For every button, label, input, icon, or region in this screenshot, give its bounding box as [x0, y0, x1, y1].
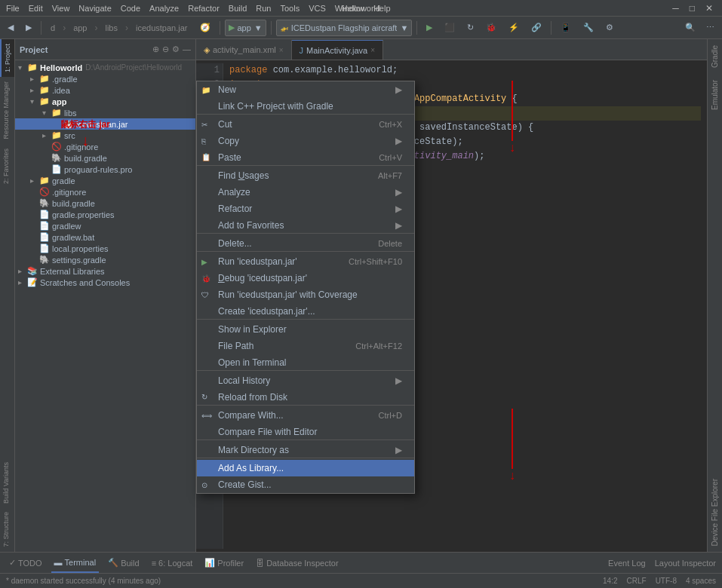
menu-item-refactor[interactable]: Refactor ▶ [197, 201, 414, 217]
tree-item-buildgradle-root[interactable]: ▸ 🐘 build.gradle [15, 198, 195, 209]
status-position[interactable]: 14:2 [603, 577, 617, 585]
menu-navigate[interactable]: Navigate [78, 4, 111, 13]
gear-icon[interactable]: ⚙ [172, 44, 180, 54]
profile-button[interactable]: ⚡ [504, 20, 524, 36]
menu-tools[interactable]: Tools [280, 4, 300, 13]
close-tab-xml[interactable]: × [279, 46, 284, 54]
status-indent[interactable]: 4 spaces [686, 577, 716, 585]
menu-item-link-cpp[interactable]: Link C++ Project with Gradle [197, 98, 414, 115]
tree-item-buildgradle-app[interactable]: ▸ 🐘 build.gradle [15, 152, 195, 164]
tree-item-gitignore-root[interactable]: ▸ 🚫 .gitignore [15, 186, 195, 198]
menu-run[interactable]: Run [256, 4, 271, 13]
settings-button[interactable]: ⚙ [601, 20, 618, 36]
tree-item-proguard[interactable]: ▸ 📄 proguard-rules.pro [15, 164, 195, 175]
tree-item-external-libs[interactable]: ▸ 📚 External Libraries [15, 265, 195, 277]
menu-vcs[interactable]: VCS [309, 4, 326, 13]
tree-item-app[interactable]: ▾ 📁 app [15, 96, 195, 107]
menu-item-copy[interactable]: ⎘ Copy ▶ [197, 133, 414, 149]
tree-item-gradle-hidden[interactable]: ▸ 📁 .gradle [15, 73, 195, 84]
more-button[interactable]: ⋯ [702, 20, 719, 36]
bottom-tab-profiler[interactable]: 📊 Profiler [201, 553, 247, 573]
sidebar-tab-resource[interactable]: Resource Manager [0, 77, 14, 144]
status-charset[interactable]: UTF-8 [656, 577, 677, 585]
menu-item-analyze[interactable]: Analyze ▶ [197, 184, 414, 201]
tree-item-icedustpan[interactable]: ▸ ☕ icedustpan.jar [15, 118, 195, 130]
menu-item-new[interactable]: 📁 New ▶ [197, 81, 414, 98]
sdk-button[interactable]: 🔧 [579, 20, 598, 36]
run-button[interactable]: ▶ [422, 20, 437, 36]
close-panel-icon[interactable]: — [183, 44, 191, 54]
tab-activity-main[interactable]: ◈ activity_main.xml × [196, 40, 292, 60]
breadcrumb-d[interactable]: d [46, 20, 60, 36]
menu-item-cut[interactable]: ✂ Cut Ctrl+X [197, 116, 414, 133]
tree-item-gradle-props[interactable]: ▸ 📄 gradle.properties [15, 209, 195, 220]
tree-item-gradle-folder[interactable]: ▸ 📁 gradle [15, 175, 195, 186]
forward-button[interactable]: ▶ [21, 20, 36, 36]
tree-item-gradlew-bat[interactable]: ▸ 📄 gradlew.bat [15, 231, 195, 243]
bottom-tab-database[interactable]: 🗄 Database Inspector [253, 553, 341, 573]
tree-item-settings-gradle[interactable]: ▸ 🐘 settings.gradle [15, 254, 195, 265]
menu-item-add-favorites[interactable]: Add to Favorites ▶ [197, 217, 414, 234]
run-config-dropdown[interactable]: 🚁 ICEDustpan Flagship aircraft ▼ [276, 20, 413, 36]
minimize-button[interactable]: ─ [669, 3, 682, 14]
expand-all-icon[interactable]: ⊕ [152, 44, 159, 54]
menu-analyze[interactable]: Analyze [149, 4, 179, 13]
tree-item-local-props[interactable]: ▸ 📄 local.properties [15, 243, 195, 254]
layout-inspector-link[interactable]: Layout Inspector [655, 559, 716, 568]
menu-file[interactable]: File [6, 4, 20, 13]
menu-item-debug[interactable]: 🐞 Debug 'icedustpan.jar' [197, 270, 414, 286]
app-module-dropdown[interactable]: ▶ app ▼ [225, 20, 266, 36]
bottom-tab-build[interactable]: 🔨 Build [105, 553, 142, 573]
search-button[interactable]: 🔍 [681, 20, 700, 36]
nav-icon-button[interactable]: 🧭 [195, 20, 215, 36]
tree-item-gradlew[interactable]: ▸ 📄 gradlew [15, 220, 195, 231]
avd-button[interactable]: 📱 [556, 20, 576, 36]
menu-item-open-terminal[interactable]: Open in Terminal [197, 354, 414, 371]
menu-item-reload[interactable]: ↻ Reload from Disk [197, 389, 414, 406]
close-tab-java[interactable]: × [370, 46, 375, 54]
back-button[interactable]: ◀ [3, 20, 18, 36]
menu-item-mark-directory[interactable]: Mark Directory as ▶ [197, 442, 414, 458]
stop-button[interactable]: ⬛ [440, 20, 459, 36]
status-encoding[interactable]: CRLF [627, 577, 647, 585]
maximize-button[interactable]: □ [687, 3, 698, 14]
debug-button[interactable]: 🐞 [481, 20, 501, 36]
breadcrumb-jar[interactable]: icedustpan.jar [131, 20, 192, 36]
attach-button[interactable]: 🔗 [527, 20, 546, 36]
sidebar-tab-structure[interactable]: 7: Structure [0, 507, 14, 552]
bottom-tab-terminal[interactable]: ▬ Terminal [51, 553, 100, 573]
menu-code[interactable]: Code [121, 4, 140, 13]
menu-item-local-history[interactable]: Local History ▶ [197, 372, 414, 389]
sidebar-tab-device-file-explorer[interactable]: Device File Explorer [708, 473, 721, 552]
collapse-all-icon[interactable]: ⊖ [162, 44, 169, 54]
event-log-link[interactable]: Event Log [608, 559, 646, 568]
menu-item-create[interactable]: Create 'icedustpan.jar'... [197, 303, 414, 320]
breadcrumb-libs[interactable]: libs [100, 20, 122, 36]
menu-item-add-as-library[interactable]: Add As Library... [197, 460, 414, 476]
sync-button[interactable]: ↻ [462, 20, 478, 36]
menu-build[interactable]: Build [229, 4, 247, 13]
bottom-tab-todo[interactable]: ✓ TODO [6, 553, 45, 573]
sidebar-tab-gradle[interactable]: Gradle [708, 39, 721, 74]
menu-item-show-explorer[interactable]: Show in Explorer [197, 321, 414, 338]
close-button[interactable]: ✕ [702, 3, 716, 14]
menu-item-compare-with[interactable]: ⟺ Compare With... Ctrl+D [197, 407, 414, 424]
menu-item-run-coverage[interactable]: 🛡 Run 'icedustpan.jar' with Coverage [197, 286, 414, 303]
menu-item-paste[interactable]: 📋 Paste Ctrl+V [197, 149, 414, 166]
sidebar-tab-project[interactable]: 1: Project [0, 39, 14, 77]
sidebar-tab-emulator[interactable]: Emulator [708, 74, 721, 116]
menu-edit[interactable]: Edit [29, 4, 43, 13]
menu-item-file-path[interactable]: File Path Ctrl+Alt+F12 [197, 338, 414, 354]
menu-view[interactable]: View [52, 4, 70, 13]
sidebar-tab-build-variants[interactable]: Build Variants [0, 458, 14, 508]
menu-item-find-usages[interactable]: Find Usages Alt+F7 [197, 167, 414, 184]
menu-item-delete[interactable]: Delete... Delete [197, 235, 414, 252]
bottom-tab-logcat[interactable]: ≡ 6: Logcat [149, 553, 196, 573]
menu-item-run[interactable]: ▶ Run 'icedustpan.jar' Ctrl+Shift+F10 [197, 253, 414, 270]
menu-item-create-gist[interactable]: ⊙ Create Gist... [197, 476, 414, 493]
tab-mainactivity[interactable]: J MainActivity.java × [292, 40, 383, 60]
tree-item-idea[interactable]: ▸ 📁 .idea [15, 84, 195, 96]
tree-item-scratches[interactable]: ▸ 📝 Scratches and Consoles [15, 277, 195, 288]
tree-item-libs[interactable]: ▾ 📁 libs [15, 107, 195, 118]
tree-item-src[interactable]: ▸ 📁 src [15, 130, 195, 141]
